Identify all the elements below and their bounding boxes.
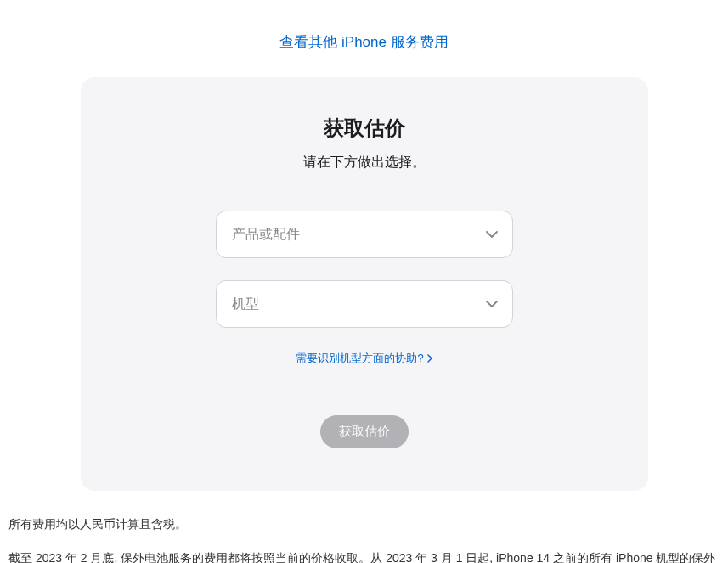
card-title: 获取估价 — [123, 115, 606, 142]
help-link-label: 需要识别机型方面的协助? — [296, 351, 423, 366]
get-estimate-button[interactable]: 获取估价 — [320, 415, 409, 448]
product-select[interactable]: 产品或配件 — [216, 211, 513, 258]
estimate-card: 获取估价 请在下方做出选择。 产品或配件 机型 需要识别机型方面的协助? 获取估… — [81, 77, 648, 491]
footer-line-2: 截至 2023 年 2 月底, 保外电池服务的费用都将按照当前的价格收取。从 2… — [8, 549, 720, 563]
other-services-link[interactable]: 查看其他 iPhone 服务费用 — [279, 34, 448, 50]
footer-line-1: 所有费用均以人民币计算且含税。 — [8, 515, 720, 533]
footer-notes: 所有费用均以人民币计算且含税。 截至 2023 年 2 月底, 保外电池服务的费… — [0, 491, 728, 563]
identify-model-help-link[interactable]: 需要识别机型方面的协助? — [296, 351, 432, 366]
chevron-right-icon — [427, 352, 432, 365]
card-subtitle: 请在下方做出选择。 — [123, 154, 606, 172]
model-select[interactable]: 机型 — [216, 280, 513, 328]
